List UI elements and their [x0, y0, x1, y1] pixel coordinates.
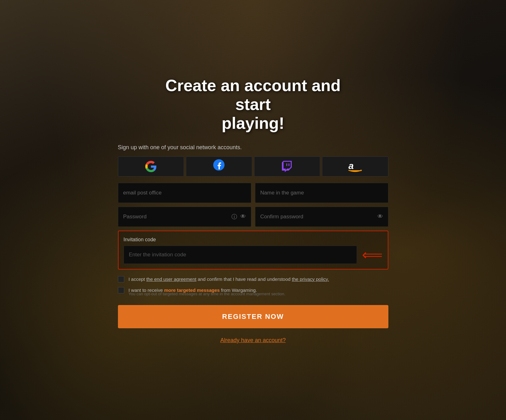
google-button[interactable] [118, 156, 184, 177]
social-subtitle: Sign up with one of your social network … [118, 144, 242, 151]
facebook-button[interactable] [186, 156, 252, 177]
eula-text: I accept the end user agreement and conf… [129, 276, 329, 282]
facebook-svg [213, 159, 225, 171]
invitation-input-row: ⟸ [124, 246, 383, 264]
opt-out-note: You can opt-out of targeted messages at … [129, 292, 388, 296]
confirm-eye-icon[interactable]: 👁 [377, 213, 383, 220]
google-icon [145, 161, 157, 172]
email-field-container [118, 183, 251, 203]
register-button[interactable]: REGISTER NOW [118, 305, 388, 328]
eula-checkbox-row: I accept the end user agreement and conf… [118, 276, 388, 282]
checkboxes-section: I accept the end user agreement and conf… [118, 276, 388, 296]
invitation-code-input[interactable] [129, 252, 352, 258]
email-input[interactable] [123, 190, 246, 196]
password-field-container: ⓘ 👁 [118, 207, 251, 227]
username-field-container [255, 183, 388, 203]
privacy-link[interactable]: the privacy policy. [292, 276, 329, 282]
eula-link[interactable]: the end user agreement [146, 276, 196, 282]
arrow-left-icon: ⟸ [362, 248, 383, 262]
username-input[interactable] [260, 190, 383, 196]
targeted-messages-checkbox[interactable] [118, 287, 124, 293]
invitation-label: Invitation code [124, 237, 383, 243]
password-icons: ⓘ 👁 [231, 213, 246, 221]
password-row: ⓘ 👁 👁 [118, 207, 388, 227]
invitation-field-container [124, 246, 357, 264]
confirm-password-field-container: 👁 [255, 207, 388, 227]
already-account-link[interactable]: Already have an account? [220, 337, 286, 344]
password-input[interactable] [123, 214, 231, 220]
page-title: Create an account and start playing! [146, 76, 360, 133]
svg-text:a: a [348, 161, 354, 171]
registration-form-container: Create an account and start playing! Sig… [118, 76, 388, 343]
facebook-icon [213, 159, 225, 173]
social-buttons-row: a [118, 156, 388, 177]
twitch-icon [281, 161, 293, 172]
twitch-button[interactable] [254, 156, 320, 177]
info-icon[interactable]: ⓘ [231, 213, 237, 221]
email-username-row [118, 183, 388, 203]
amazon-button[interactable]: a [322, 156, 388, 177]
svg-marker-2 [361, 169, 362, 171]
confirm-password-input[interactable] [260, 214, 377, 220]
eula-checkbox[interactable] [118, 276, 124, 282]
amazon-icon: a [347, 161, 363, 172]
invitation-section: Invitation code ⟸ [118, 231, 388, 270]
confirm-password-icons: 👁 [377, 213, 383, 220]
eye-icon[interactable]: 👁 [240, 213, 246, 220]
